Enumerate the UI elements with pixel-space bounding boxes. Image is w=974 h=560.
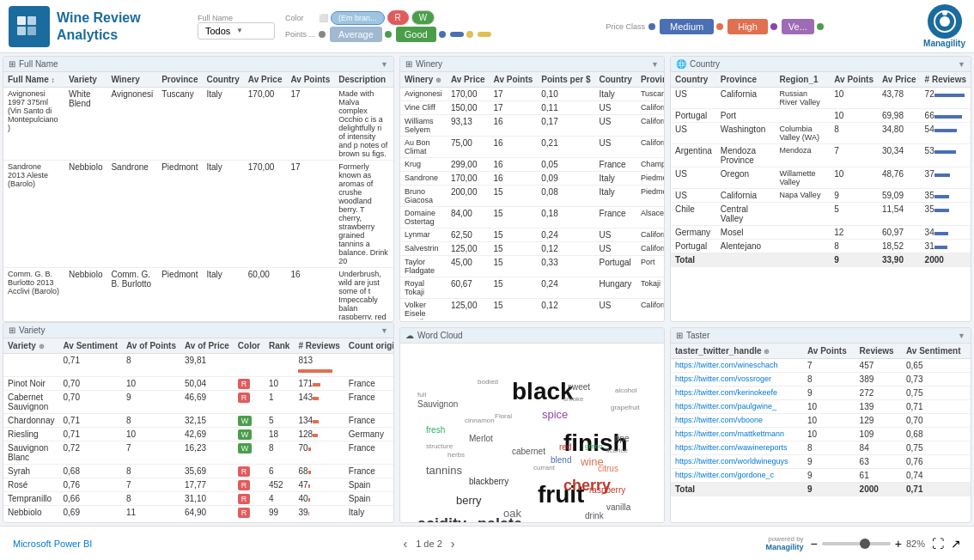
table-row[interactable]: Portugal Port 10 69,98 66	[671, 109, 971, 123]
table-row[interactable]: Syrah 0,68 8 35,69 R 6 68 France	[3, 465, 393, 478]
price-chip-vhigh[interactable]: Ve...	[782, 19, 814, 34]
table-row[interactable]: Volker Eisele Family 125,00 15 0,12 US C…	[400, 299, 664, 320]
zoom-slider[interactable]	[822, 542, 891, 545]
prev-page-button[interactable]: ‹	[403, 537, 407, 551]
taster-filter-icon[interactable]: ▼	[958, 332, 965, 340]
table-row[interactable]: 0,71 8 39,81 813	[3, 354, 393, 377]
points-chip-low[interactable]	[450, 32, 464, 37]
points-chip-good[interactable]: Good	[396, 27, 436, 42]
col-avpoints: Av Points	[286, 72, 334, 88]
low-dot	[439, 29, 447, 40]
cell-price: 50,04	[180, 377, 234, 391]
price-class-label: Price Class	[606, 22, 646, 31]
cell-avpoints: 8	[830, 123, 878, 144]
table-row[interactable]: Bruno Giacosa 200,00 15 0,08 Italy Piedm…	[400, 186, 664, 207]
table-row[interactable]: Sandrone 170,00 16 0,09 Italy Piedmont	[400, 172, 664, 186]
country-panel-title: Country	[690, 59, 720, 69]
cell-reviews: 31	[921, 240, 971, 253]
table-row[interactable]: Portugal Alentejano 8 18,52 31	[671, 240, 971, 253]
cell-avprice: 30,34	[878, 144, 921, 167]
winery-filter-icon[interactable]: ▼	[651, 60, 659, 69]
winery-panel: ⊞ Winery ▼ Winery ⊛ Av Price Av Points P…	[399, 56, 665, 322]
cell-sentiment: 0,68	[902, 428, 971, 441]
table-row[interactable]: Sandrone 2013 Aleste (Barolo) Nebbiolo S…	[3, 161, 393, 268]
cell-origin: France	[344, 465, 393, 478]
table-row[interactable]: Vine Cliff 150,00 17 0,11 US California	[400, 101, 664, 115]
cell-region: Willamette Valley	[776, 167, 831, 189]
zoom-in-button[interactable]: +	[895, 537, 902, 551]
points-chip-cracka[interactable]	[478, 32, 491, 37]
cell-avprice: 34,80	[878, 123, 921, 144]
cell-reviews: 72	[921, 88, 971, 109]
winery-table: Winery ⊛ Av Price Av Points Points per $…	[400, 72, 664, 320]
color-label: Color	[285, 14, 315, 22]
table-row[interactable]: https://twitter.com/worldwineguys 9 63 0…	[671, 455, 971, 469]
table-row[interactable]: Rosé 0,76 7 17,77 R 452 47 Spain	[3, 478, 393, 492]
powerbi-link[interactable]: Microsoft Power BI	[13, 539, 92, 549]
cell-avprice: 299,00	[447, 158, 490, 172]
cell-country: Portugal	[671, 109, 716, 123]
table-row[interactable]: https://twitter.com/kerinokeefe 9 272 0,…	[671, 387, 971, 400]
taster-panel-header: ⊞ Taster ▼	[671, 328, 971, 344]
table-row[interactable]: Comm. G. B. Burlotto 2013 Acclivi (Barol…	[3, 268, 393, 320]
table-row[interactable]: https://twitter.com/mattkettmann 10 109 …	[671, 428, 971, 441]
table-row[interactable]: Pinot Noir 0,70 10 50,04 R 10 171 France	[3, 377, 393, 391]
table-row[interactable]: Krug 299,00 16 0,05 France Champagne	[400, 158, 664, 172]
table-row[interactable]: Tempranillo 0,66 8 31,10 R 4 40 Spain	[3, 492, 393, 506]
cell-region: Columbia Valley (WA)	[776, 123, 831, 144]
price-chip-high[interactable]: High	[727, 19, 768, 34]
next-page-button[interactable]: ›	[451, 537, 455, 551]
table-row[interactable]: https://twitter.com/wawinereports 8 84 0…	[671, 441, 971, 455]
zoom-out-button[interactable]: −	[811, 537, 818, 551]
table-row[interactable]: Riesling 0,71 10 42,69 W 18 128 Germany	[3, 428, 393, 441]
table-row[interactable]: Williams Selyem 93,13 16 0,17 US Califor…	[400, 115, 664, 137]
table-row[interactable]: Avignonesi 170,00 17 0,10 Italy Tuscany	[400, 88, 664, 101]
table-row[interactable]: Avignonesi 1997 375ml (Vin Santo di Mont…	[3, 88, 393, 161]
cell-sentiment: 0,74	[902, 469, 971, 483]
table-row[interactable]: Sauvignon Blanc 0,72 7 16,23 W 8 70 Fran…	[3, 441, 393, 465]
color-chip-r[interactable]: R	[387, 10, 409, 25]
table-row[interactable]: Cabernet Sauvignon 0,70 9 46,69 R 1 143 …	[3, 391, 393, 414]
fullname-table: Full Name ↕ Variety Winery Province Coun…	[3, 72, 393, 320]
table-row[interactable]: Germany Mosel 12 60,97 34	[671, 226, 971, 240]
fullscreen-button[interactable]: ⛶	[932, 537, 944, 551]
cell-province: Tuscany	[157, 88, 202, 161]
fullname-filter-dropdown[interactable]: Todos ▼	[198, 22, 275, 40]
table-row[interactable]: https://twitter.com/gordone_c 9 61 0,74	[671, 469, 971, 483]
country-table-body: US California Russian River Valley 10 43…	[671, 88, 971, 267]
color-chip-embranco[interactable]: (Em bran...	[331, 11, 385, 25]
table-row[interactable]: Chardonnay 0,71 8 32,15 W 5 134 France	[3, 414, 393, 428]
table-row[interactable]: Lynmar 62,50 15 0,24 US California	[400, 228, 664, 242]
cell-avpoints: 12	[830, 226, 878, 240]
table-row[interactable]: US California Russian River Valley 10 43…	[671, 88, 971, 109]
cell-province: Port	[636, 256, 664, 277]
variety-filter-icon[interactable]: ▼	[380, 326, 388, 335]
table-row[interactable]: Taylor Fladgate 45,00 15 0,33 Portugal P…	[400, 256, 664, 277]
table-row[interactable]: Nebbiolo 0,69 11 64,90 R 99 39 Italy	[3, 506, 393, 520]
cell-sentiment: 0,76	[58, 478, 122, 492]
table-row[interactable]: Au Bon Climat 75,00 16 0,21 US Californi…	[400, 137, 664, 158]
cell-rank: 99	[265, 506, 294, 520]
table-row[interactable]: Argentina Mendoza Province Mendoza 7 30,…	[671, 144, 971, 167]
ctr-col-country: Country	[671, 72, 716, 88]
table-row[interactable]: US California Napa Valley 9 59,09 35	[671, 189, 971, 203]
color-chip-w[interactable]: W	[411, 10, 435, 25]
table-row[interactable]: Salvestrin 125,00 15 0,12 US California	[400, 242, 664, 256]
country-filter-icon[interactable]: ▼	[958, 60, 965, 69]
table-row[interactable]: https://twitter.com/vboone 10 129 0,70	[671, 414, 971, 428]
share-button[interactable]: ↗	[951, 537, 961, 551]
ctr-col-reviews: # Reviews	[921, 72, 971, 88]
table-row[interactable]: https://twitter.com/paulgwine_ 10 139 0,…	[671, 400, 971, 414]
price-chip-medium[interactable]: Medium	[660, 19, 714, 34]
table-row[interactable]: US Washington Columbia Valley (WA) 8 34,…	[671, 123, 971, 144]
cell-color	[234, 354, 265, 377]
table-row[interactable]: https://twitter.com/wineschach 7 457 0,6…	[671, 359, 971, 373]
table-row[interactable]: Royal Tokaji 60,67 15 0,24 Hungary Tokaj…	[400, 277, 664, 299]
points-chip-avg[interactable]: Average	[330, 27, 382, 42]
cell-variety	[3, 354, 58, 377]
table-row[interactable]: Domaine Ostertag 84,00 15 0,18 France Al…	[400, 207, 664, 228]
table-row[interactable]: Chile Central Valley 5 11,54 35	[671, 203, 971, 226]
table-row[interactable]: https://twitter.com/vossroger 8 389 0,73	[671, 373, 971, 387]
fullname-filter-icon[interactable]: ▼	[380, 60, 388, 69]
table-row[interactable]: US Oregon Willamette Valley 10 48,76 37	[671, 167, 971, 189]
